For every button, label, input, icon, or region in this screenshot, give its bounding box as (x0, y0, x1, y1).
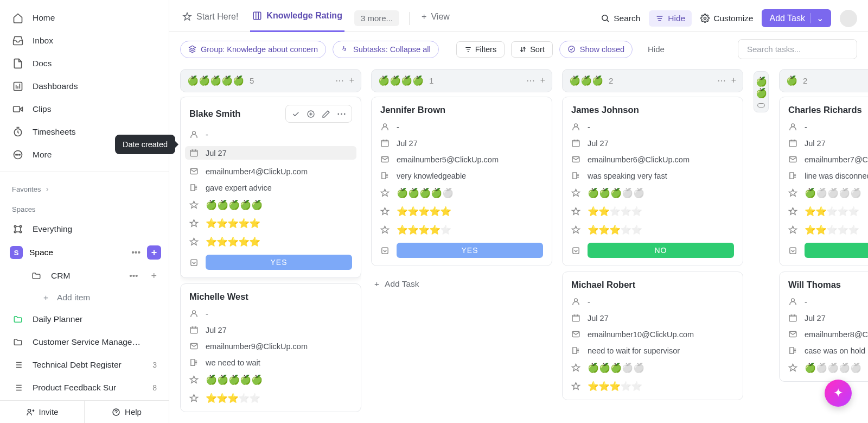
card-resolved-row[interactable]: NO (788, 243, 868, 258)
svg-rect-23 (190, 327, 197, 333)
card-toolbar[interactable]: ⋯ (285, 105, 352, 123)
sidebar-item-dashboards[interactable]: Dashboards (0, 75, 169, 98)
plus-icon[interactable]: + (540, 75, 545, 86)
task-card[interactable]: Michael Robert-Jul 27emailnumber10@Click… (562, 272, 743, 400)
svg-point-29 (575, 124, 578, 127)
spaces-label: Spaces (12, 205, 35, 213)
svg-rect-30 (572, 141, 579, 147)
column-header[interactable]: 🍏🍏🍏🍏1⋯+ (371, 69, 552, 92)
svg-rect-32 (573, 247, 579, 253)
filters-button[interactable]: Filters (456, 41, 505, 58)
svg-rect-34 (572, 315, 579, 321)
more-tabs-button[interactable]: 3 more... (354, 10, 399, 26)
card-resolved-row[interactable]: NO (571, 243, 734, 258)
sidebar-item-home[interactable]: Home (0, 7, 169, 29)
hide-filters-button[interactable]: Hide (639, 45, 673, 54)
add-task-row[interactable]: +Add Task (371, 272, 552, 296)
sidebar-item-inbox[interactable]: Inbox (0, 29, 169, 52)
svg-point-36 (792, 124, 795, 127)
group-pill[interactable]: Group: Knowledge about concern (180, 41, 326, 58)
chevron-down-icon[interactable]: ⌄ (810, 13, 824, 23)
card-resolved-row[interactable]: YES (189, 255, 352, 270)
more-dots-icon[interactable]: ⋯ (717, 75, 726, 86)
fab-button[interactable]: ✦ (825, 380, 852, 407)
sidebar-item-everything[interactable]: Everything (0, 218, 169, 241)
svg-point-16 (569, 46, 575, 52)
card-email-row: emailnumber7@Clic (788, 155, 868, 164)
sidebar-item-label: Inbox (33, 36, 53, 46)
sidebar-item-feedback[interactable]: Product Feedback Sur8 (0, 376, 169, 399)
hide-button[interactable]: Hide (649, 10, 692, 27)
card-stars-row: ⭐⭐⭐⭐⭐ (788, 206, 868, 217)
column-apples: 🍏🍏🍏🍏🍏 (187, 75, 244, 86)
svg-rect-28 (382, 247, 388, 253)
collapsed-column[interactable]: 🍏🍏 (753, 69, 769, 423)
more-dots-icon[interactable]: ••• (129, 271, 138, 281)
show-closed-pill[interactable]: Show closed (559, 41, 633, 58)
column-header[interactable]: 🍏2⋯+ (779, 69, 868, 92)
add-item-button[interactable]: +Add item (24, 287, 169, 308)
sidebar-item-label: Docs (33, 59, 52, 68)
customize-button[interactable]: Customize (700, 14, 753, 23)
plus-icon[interactable]: + (151, 270, 157, 282)
card-apples-row: 🍏🍏🍏🍏🍏 (189, 199, 352, 211)
more-dots-icon[interactable]: ⋯ (335, 75, 344, 86)
svg-point-9 (14, 231, 16, 232)
tab-start-here[interactable]: Start Here! (180, 5, 240, 31)
inbox-icon (12, 35, 24, 47)
svg-point-33 (575, 299, 578, 302)
sidebar-item-docs[interactable]: Docs (0, 52, 169, 75)
plus-circle-icon[interactable] (307, 110, 315, 118)
task-card[interactable]: Will Thomas-Jul 27emailnumber8@Cliccase … (779, 272, 868, 382)
task-card[interactable]: Blake Smith⋯-Jul 27emailnumber4@ClickUp.… (180, 97, 361, 278)
sort-button[interactable]: Sort (511, 41, 553, 58)
column-header[interactable]: 🍏🍏🍏2⋯+ (562, 69, 743, 92)
list-icon (12, 359, 24, 371)
space-badge: S (10, 246, 23, 259)
add-view-button[interactable]: +View (419, 5, 452, 31)
check-icon[interactable] (291, 110, 300, 118)
invite-button[interactable]: Invite (0, 401, 85, 423)
sidebar-item-daily-planner[interactable]: Daily Planner (0, 308, 169, 331)
subtasks-pill[interactable]: Subtasks: Collapse all (333, 41, 439, 58)
column-header[interactable]: 🍏🍏🍏🍏🍏5⋯+ (180, 69, 361, 92)
card-date-row[interactable]: Jul 27 (185, 146, 356, 160)
svg-point-14 (602, 15, 608, 21)
sidebar-item-csm[interactable]: Customer Service Manage… (0, 331, 169, 353)
sidebar-item-label: CRM (51, 271, 70, 281)
add-task-button[interactable]: Add Task⌄ (762, 9, 831, 27)
plus-icon[interactable]: + (731, 75, 736, 86)
task-card[interactable]: Jennifer Brown-Jul 27emailnumber5@ClickU… (371, 97, 552, 266)
more-dots-icon[interactable]: ⋯ (526, 75, 535, 86)
subtask-icon (341, 45, 349, 53)
column-apples: 🍏🍏🍏🍏 (378, 75, 424, 86)
plus-icon[interactable]: + (349, 75, 354, 86)
more-dots-icon[interactable]: ••• (131, 248, 141, 257)
edit-icon[interactable] (322, 110, 330, 118)
tab-knowledge-rating[interactable]: Knowledge Rating (250, 4, 344, 32)
sidebar-item-tech-debt[interactable]: Technical Debt Register3 (0, 353, 169, 376)
card-stars-row: ⭐⭐⭐⭐⭐ (189, 393, 352, 404)
help-button[interactable]: Help (85, 401, 169, 423)
svg-point-5 (17, 154, 18, 155)
card-title-text: Charles Richards (788, 105, 862, 115)
svg-point-6 (20, 154, 21, 155)
space-row[interactable]: S Space ••• + (0, 241, 169, 264)
task-card[interactable]: James Johnson-Jul 27emailnumber6@ClickUp… (562, 97, 743, 266)
task-card[interactable]: Charles Richards-Jul 27emailnumber7@Clic… (779, 97, 868, 266)
search-tasks-input[interactable]: Search tasks... (738, 39, 857, 59)
favorites-section[interactable]: Favorites (0, 178, 169, 198)
card-email-row: emailnumber5@ClickUp.com (380, 155, 543, 164)
space-add-button[interactable]: + (147, 245, 161, 260)
more-icon[interactable]: ⋯ (337, 109, 346, 119)
svg-rect-19 (190, 150, 197, 156)
sidebar-item-crm[interactable]: CRM•••+ (24, 264, 169, 287)
card-resolved-row[interactable]: YES (380, 243, 543, 258)
task-card[interactable]: Michelle West-Jul 27emailnumber9@ClickUp… (180, 283, 361, 412)
svg-rect-39 (790, 247, 796, 253)
avatar-button[interactable] (840, 10, 857, 27)
plus-icon: + (422, 12, 426, 22)
search-button[interactable]: Search (601, 14, 640, 23)
svg-point-40 (792, 299, 795, 302)
sidebar-item-clips[interactable]: Clips (0, 98, 169, 121)
